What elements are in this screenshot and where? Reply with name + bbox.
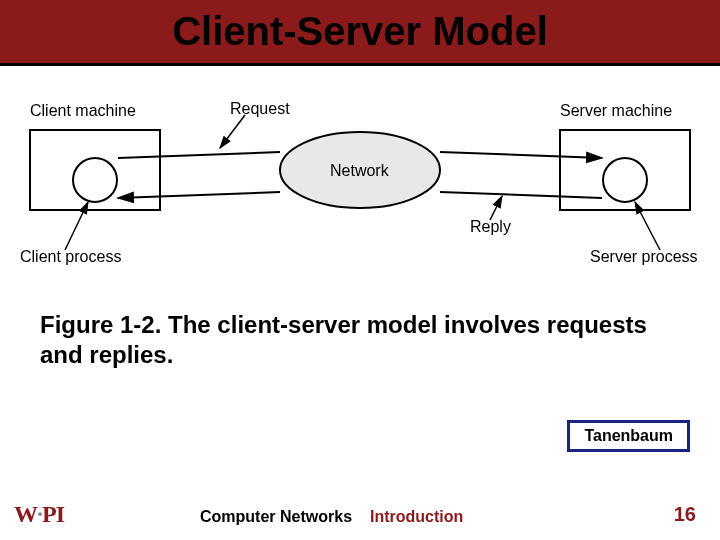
attribution-text: Tanenbaum bbox=[584, 427, 673, 444]
label-network: Network bbox=[330, 162, 389, 180]
client-server-diagram: Client machine Server machine Request Ne… bbox=[20, 100, 700, 270]
title-bar: Client-Server Model bbox=[0, 0, 720, 66]
slide-title: Client-Server Model bbox=[172, 9, 548, 54]
svg-line-12 bbox=[490, 196, 502, 220]
diagram-svg bbox=[20, 100, 700, 270]
footer-topic: Introduction bbox=[370, 508, 463, 526]
svg-line-7 bbox=[440, 192, 602, 198]
figure-caption: Figure 1-2. The client-server model invo… bbox=[40, 310, 680, 370]
footer-course: Computer Networks bbox=[200, 508, 352, 526]
label-request: Request bbox=[230, 100, 290, 118]
attribution-box: Tanenbaum bbox=[567, 420, 690, 452]
label-server-process: Server process bbox=[590, 248, 698, 266]
label-server-machine: Server machine bbox=[560, 102, 672, 120]
wpi-logo: W·PI bbox=[14, 501, 64, 528]
svg-line-8 bbox=[118, 192, 280, 198]
svg-line-5 bbox=[118, 152, 280, 158]
svg-line-11 bbox=[220, 115, 245, 148]
svg-point-3 bbox=[603, 158, 647, 202]
label-client-process: Client process bbox=[20, 248, 121, 266]
svg-line-6 bbox=[440, 152, 602, 158]
svg-point-2 bbox=[73, 158, 117, 202]
label-client-machine: Client machine bbox=[30, 102, 136, 120]
page-number: 16 bbox=[674, 503, 696, 526]
label-reply: Reply bbox=[470, 218, 511, 236]
slide-footer: W·PI Computer Networks Introduction 16 bbox=[0, 498, 720, 528]
